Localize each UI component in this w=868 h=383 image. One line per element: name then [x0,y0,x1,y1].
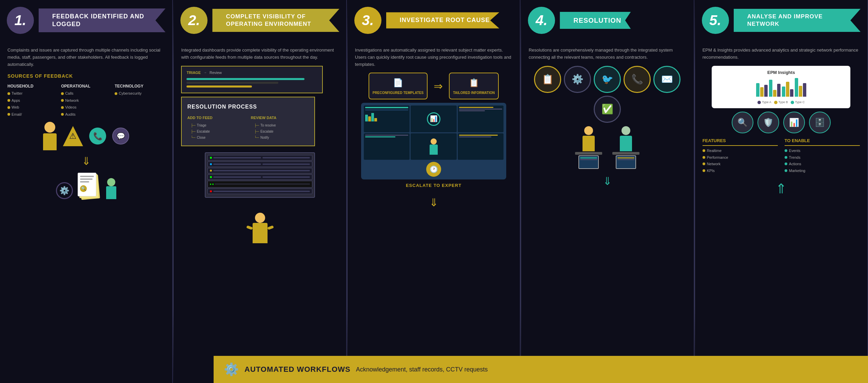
col4-desc: Resolutions are comprehensively managed … [529,47,686,61]
feedback-item-audits: Audits [61,112,111,117]
feature-realtime: Realtime [703,148,778,154]
tool-database: 🗄️ [809,112,831,133]
step-1-title: FEEDBACK IDENTIFIED AND LOGGED [39,8,165,33]
feature-network: Network [703,161,778,167]
column-1: 1. FEEDBACK IDENTIFIED AND LOGGED Compla… [0,0,173,383]
process-box: RESOLUTION PROCESS ADD TO FEED ├─ Triage… [181,97,315,146]
step-4-number: 4. [528,7,555,34]
col1-desc: Complaints and issues are captured throu… [7,47,165,68]
resolution-bubbles: 📋 ⚙️ 🐦 📞 ✉️ ✅ [529,66,686,123]
enable-marketing: Marketing [785,168,860,174]
column-4: 4. RESOLUTION Resolutions are comprehens… [521,0,694,383]
col3-header: 3. INVESTIGATE ROOT CAUSE [348,0,520,41]
feature-performance: Performance [703,155,778,160]
column-3: 3. INVESTIGATE ROOT CAUSE Investigations… [348,0,520,383]
feedback-item-email: Email/ [7,112,58,117]
features-col2: TO ENABLE Events Trends Actions Marketin… [785,137,860,175]
col2-body: Integrated dashboards provide complete v… [174,41,346,383]
grid-header-household: Household [7,83,58,89]
column-2: 2. COMPLETE VISIBILITY OF OPERATING ENVI… [174,0,347,383]
features-col2-title: TO ENABLE [785,137,860,146]
escalate-label: ESCALATE TO EXPERT [406,182,461,189]
feedback-item-cyber: Cybersecurity [115,91,165,96]
enable-actions: Actions [785,161,860,167]
step-2-number: 2. [180,7,208,34]
col3-arrow-down: ⇓ [429,194,438,211]
enable-events: Events [785,148,860,154]
step-5-number: 5. [702,7,729,34]
tool-chart: 📊 [783,112,805,133]
feedback-item-twitter: Twitter [7,91,58,96]
col1-section-label: SOURCES OF FEEDBACK [7,73,165,80]
feedback-item-calls: Calls [61,91,111,96]
step-3-number: 3. [354,7,381,34]
invest-box-info: 📋 TAILORED INFORMATION [449,73,499,99]
col2-illustration [181,150,338,243]
feature-kpis: KPIs [703,168,778,174]
step-1-number: 1. [7,7,34,34]
tool-shield: 🛡️ [757,112,779,133]
features-col1-title: FEATURES [703,137,778,146]
invest-box-templates: 📄 PRECONFIGURED TEMPLATES [369,73,428,99]
features-cols: FEATURES Realtime Performance Network KP… [703,137,860,175]
bubble-phone: 📞 [624,66,651,93]
bubble-checklist: 📋 [534,66,561,93]
col1-arrow-down: ⇓ [82,153,91,169]
col5-desc: EPM & Insights provides advanced analyti… [703,47,860,61]
bubble-settings: ⚙️ [564,66,591,93]
workflow-desc: Acknowledgement, staff records, CCTV req… [356,366,488,373]
col3-illustration: 📊 [355,103,512,213]
feedback-item-videos: Videos [61,104,111,110]
col4-arrow-down: ⇓ [603,173,612,189]
step-3-title: INVESTIGATE ROOT CAUSE [386,12,499,28]
column-5: 5. ANALYSE AND IMPROVE NETWORK EPM & Ins… [695,0,868,383]
workflow-icon: ⚙️ [224,362,239,377]
workflow-title: AUTOMATED WORKFLOWS [244,365,351,374]
investigate-boxes: 📄 PRECONFIGURED TEMPLATES ⇒ 📋 TAILORED I… [355,73,512,99]
enable-trends: Trends [785,155,860,160]
bubble-checkmark: ✅ [594,96,621,123]
col4-body: Resolutions are comprehensively managed … [521,41,693,383]
bubble-twitter: 🐦 [594,66,621,93]
col4-header: 4. RESOLUTION [521,0,693,41]
step-2-title: COMPLETE VISIBILITY OF OPERATING ENVIRON… [212,9,339,32]
col1-header: 1. FEEDBACK IDENTIFIED AND LOGGED [0,0,172,41]
server-rack [205,152,315,198]
bubble-email: ✉️ [653,66,680,93]
col1-body: Complaints and issues are captured throu… [0,41,172,383]
tools-grid: 🔍 🛡️ 📊 🗄️ [703,112,860,133]
col1-illustration: ⚠ 📞 💬 ⇓ ⚙️ [7,122,165,199]
step-4-title: RESOLUTION [560,12,631,29]
feedback-item-apps: Apps [7,98,58,103]
main-container: 1. FEEDBACK IDENTIFIED AND LOGGED Compla… [0,0,868,383]
feedback-item-web: Web [7,104,58,110]
process-box-title: RESOLUTION PROCESS [187,103,309,111]
col1-feedback-grid: Household Operational Technology Twitter… [7,83,165,117]
col3-desc: Investigations are automatically assigne… [355,47,512,68]
col4-illustration: ⇓ [529,126,686,192]
col2-header: 2. COMPLETE VISIBILITY OF OPERATING ENVI… [174,0,346,41]
arrow-right: ⇒ [434,78,443,94]
features-col1: FEATURES Realtime Performance Network KP… [703,137,778,175]
tool-search: 🔍 [732,112,753,133]
col5-body: EPM & Insights provides advanced analyti… [695,41,867,383]
workflow-banner: ⚙️ AUTOMATED WORKFLOWS Acknowledgement, … [214,356,868,383]
grid-header-operational: Operational [61,83,111,89]
col3-body: Investigations are automatically assigne… [348,41,520,383]
col5-arrow-up: ⇑ [775,178,787,199]
grid-header-technology: Technology [115,83,165,89]
epm-chart [716,78,846,98]
feedback-item-network: Network [61,98,111,103]
epm-panel: EPM Insights [712,66,850,108]
step-5-title: ANALYSE AND IMPROVE NETWORK [734,9,861,32]
col2-desc: Integrated dashboards provide complete v… [181,47,338,61]
epm-title: EPM Insights [716,69,846,76]
col5-header: 5. ANALYSE AND IMPROVE NETWORK [695,0,867,41]
